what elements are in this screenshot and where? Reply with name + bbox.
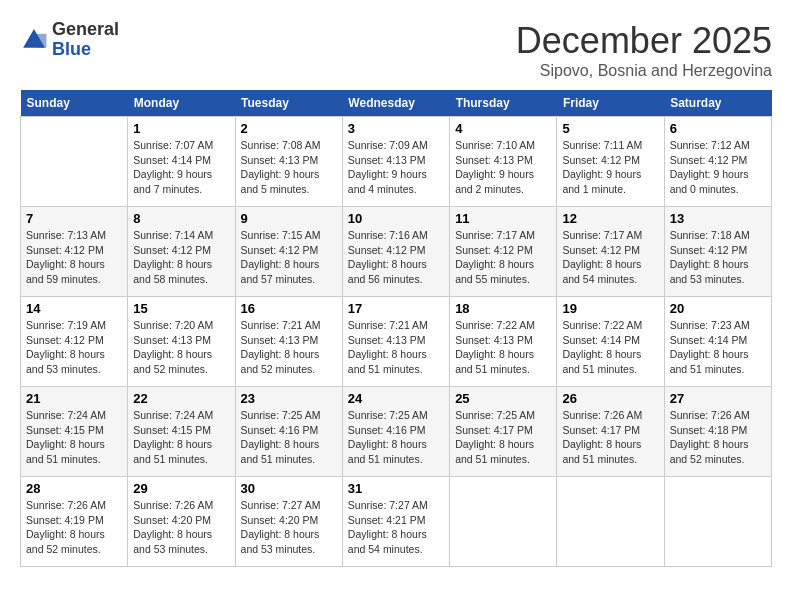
day-info: Sunrise: 7:13 AM Sunset: 4:12 PM Dayligh… [26, 228, 122, 287]
day-info: Sunrise: 7:21 AM Sunset: 4:13 PM Dayligh… [241, 318, 337, 377]
day-cell: 31Sunrise: 7:27 AM Sunset: 4:21 PM Dayli… [342, 477, 449, 567]
weekday-header-thursday: Thursday [450, 90, 557, 117]
day-cell: 20Sunrise: 7:23 AM Sunset: 4:14 PM Dayli… [664, 297, 771, 387]
day-cell: 19Sunrise: 7:22 AM Sunset: 4:14 PM Dayli… [557, 297, 664, 387]
day-cell: 9Sunrise: 7:15 AM Sunset: 4:12 PM Daylig… [235, 207, 342, 297]
day-cell: 1Sunrise: 7:07 AM Sunset: 4:14 PM Daylig… [128, 117, 235, 207]
page-header: General Blue December 2025 Sipovo, Bosni… [20, 20, 772, 80]
logo: General Blue [20, 20, 119, 60]
day-cell: 27Sunrise: 7:26 AM Sunset: 4:18 PM Dayli… [664, 387, 771, 477]
day-info: Sunrise: 7:12 AM Sunset: 4:12 PM Dayligh… [670, 138, 766, 197]
logo-icon [20, 26, 48, 54]
day-number: 10 [348, 211, 444, 226]
day-number: 13 [670, 211, 766, 226]
day-cell: 11Sunrise: 7:17 AM Sunset: 4:12 PM Dayli… [450, 207, 557, 297]
day-info: Sunrise: 7:26 AM Sunset: 4:18 PM Dayligh… [670, 408, 766, 467]
day-number: 15 [133, 301, 229, 316]
day-cell: 17Sunrise: 7:21 AM Sunset: 4:13 PM Dayli… [342, 297, 449, 387]
day-number: 18 [455, 301, 551, 316]
week-row-4: 21Sunrise: 7:24 AM Sunset: 4:15 PM Dayli… [21, 387, 772, 477]
day-number: 21 [26, 391, 122, 406]
day-cell: 7Sunrise: 7:13 AM Sunset: 4:12 PM Daylig… [21, 207, 128, 297]
day-cell: 3Sunrise: 7:09 AM Sunset: 4:13 PM Daylig… [342, 117, 449, 207]
day-info: Sunrise: 7:07 AM Sunset: 4:14 PM Dayligh… [133, 138, 229, 197]
day-cell [450, 477, 557, 567]
day-number: 14 [26, 301, 122, 316]
day-cell: 21Sunrise: 7:24 AM Sunset: 4:15 PM Dayli… [21, 387, 128, 477]
day-number: 9 [241, 211, 337, 226]
day-cell: 6Sunrise: 7:12 AM Sunset: 4:12 PM Daylig… [664, 117, 771, 207]
day-cell: 4Sunrise: 7:10 AM Sunset: 4:13 PM Daylig… [450, 117, 557, 207]
day-info: Sunrise: 7:16 AM Sunset: 4:12 PM Dayligh… [348, 228, 444, 287]
day-info: Sunrise: 7:09 AM Sunset: 4:13 PM Dayligh… [348, 138, 444, 197]
day-number: 5 [562, 121, 658, 136]
day-cell: 22Sunrise: 7:24 AM Sunset: 4:15 PM Dayli… [128, 387, 235, 477]
day-cell: 12Sunrise: 7:17 AM Sunset: 4:12 PM Dayli… [557, 207, 664, 297]
day-cell: 14Sunrise: 7:19 AM Sunset: 4:12 PM Dayli… [21, 297, 128, 387]
day-info: Sunrise: 7:25 AM Sunset: 4:16 PM Dayligh… [241, 408, 337, 467]
day-info: Sunrise: 7:11 AM Sunset: 4:12 PM Dayligh… [562, 138, 658, 197]
day-info: Sunrise: 7:26 AM Sunset: 4:19 PM Dayligh… [26, 498, 122, 557]
day-info: Sunrise: 7:08 AM Sunset: 4:13 PM Dayligh… [241, 138, 337, 197]
day-cell: 18Sunrise: 7:22 AM Sunset: 4:13 PM Dayli… [450, 297, 557, 387]
day-number: 6 [670, 121, 766, 136]
logo-text: General Blue [52, 20, 119, 60]
day-info: Sunrise: 7:22 AM Sunset: 4:13 PM Dayligh… [455, 318, 551, 377]
day-info: Sunrise: 7:25 AM Sunset: 4:16 PM Dayligh… [348, 408, 444, 467]
day-cell: 2Sunrise: 7:08 AM Sunset: 4:13 PM Daylig… [235, 117, 342, 207]
svg-marker-1 [37, 34, 46, 48]
logo-general: General [52, 19, 119, 39]
day-number: 17 [348, 301, 444, 316]
week-row-5: 28Sunrise: 7:26 AM Sunset: 4:19 PM Dayli… [21, 477, 772, 567]
weekday-header-row: SundayMondayTuesdayWednesdayThursdayFrid… [21, 90, 772, 117]
day-info: Sunrise: 7:19 AM Sunset: 4:12 PM Dayligh… [26, 318, 122, 377]
day-number: 23 [241, 391, 337, 406]
day-number: 22 [133, 391, 229, 406]
day-number: 1 [133, 121, 229, 136]
day-cell: 29Sunrise: 7:26 AM Sunset: 4:20 PM Dayli… [128, 477, 235, 567]
day-info: Sunrise: 7:20 AM Sunset: 4:13 PM Dayligh… [133, 318, 229, 377]
weekday-header-saturday: Saturday [664, 90, 771, 117]
day-number: 25 [455, 391, 551, 406]
day-cell: 5Sunrise: 7:11 AM Sunset: 4:12 PM Daylig… [557, 117, 664, 207]
day-number: 8 [133, 211, 229, 226]
day-cell [557, 477, 664, 567]
day-number: 7 [26, 211, 122, 226]
day-number: 28 [26, 481, 122, 496]
day-cell: 30Sunrise: 7:27 AM Sunset: 4:20 PM Dayli… [235, 477, 342, 567]
day-cell: 8Sunrise: 7:14 AM Sunset: 4:12 PM Daylig… [128, 207, 235, 297]
day-info: Sunrise: 7:17 AM Sunset: 4:12 PM Dayligh… [455, 228, 551, 287]
day-cell: 13Sunrise: 7:18 AM Sunset: 4:12 PM Dayli… [664, 207, 771, 297]
day-number: 2 [241, 121, 337, 136]
day-number: 31 [348, 481, 444, 496]
week-row-3: 14Sunrise: 7:19 AM Sunset: 4:12 PM Dayli… [21, 297, 772, 387]
day-cell: 24Sunrise: 7:25 AM Sunset: 4:16 PM Dayli… [342, 387, 449, 477]
day-cell: 10Sunrise: 7:16 AM Sunset: 4:12 PM Dayli… [342, 207, 449, 297]
day-cell: 26Sunrise: 7:26 AM Sunset: 4:17 PM Dayli… [557, 387, 664, 477]
day-number: 24 [348, 391, 444, 406]
weekday-header-sunday: Sunday [21, 90, 128, 117]
day-cell: 28Sunrise: 7:26 AM Sunset: 4:19 PM Dayli… [21, 477, 128, 567]
location-subtitle: Sipovo, Bosnia and Herzegovina [516, 62, 772, 80]
day-number: 30 [241, 481, 337, 496]
day-info: Sunrise: 7:25 AM Sunset: 4:17 PM Dayligh… [455, 408, 551, 467]
day-info: Sunrise: 7:27 AM Sunset: 4:21 PM Dayligh… [348, 498, 444, 557]
day-number: 3 [348, 121, 444, 136]
day-number: 26 [562, 391, 658, 406]
weekday-header-friday: Friday [557, 90, 664, 117]
week-row-2: 7Sunrise: 7:13 AM Sunset: 4:12 PM Daylig… [21, 207, 772, 297]
day-number: 27 [670, 391, 766, 406]
weekday-header-monday: Monday [128, 90, 235, 117]
title-block: December 2025 Sipovo, Bosnia and Herzego… [516, 20, 772, 80]
day-cell: 16Sunrise: 7:21 AM Sunset: 4:13 PM Dayli… [235, 297, 342, 387]
day-number: 11 [455, 211, 551, 226]
day-number: 20 [670, 301, 766, 316]
day-info: Sunrise: 7:10 AM Sunset: 4:13 PM Dayligh… [455, 138, 551, 197]
day-cell: 15Sunrise: 7:20 AM Sunset: 4:13 PM Dayli… [128, 297, 235, 387]
day-info: Sunrise: 7:21 AM Sunset: 4:13 PM Dayligh… [348, 318, 444, 377]
day-info: Sunrise: 7:22 AM Sunset: 4:14 PM Dayligh… [562, 318, 658, 377]
day-info: Sunrise: 7:17 AM Sunset: 4:12 PM Dayligh… [562, 228, 658, 287]
day-cell: 25Sunrise: 7:25 AM Sunset: 4:17 PM Dayli… [450, 387, 557, 477]
day-number: 29 [133, 481, 229, 496]
calendar-table: SundayMondayTuesdayWednesdayThursdayFrid… [20, 90, 772, 567]
